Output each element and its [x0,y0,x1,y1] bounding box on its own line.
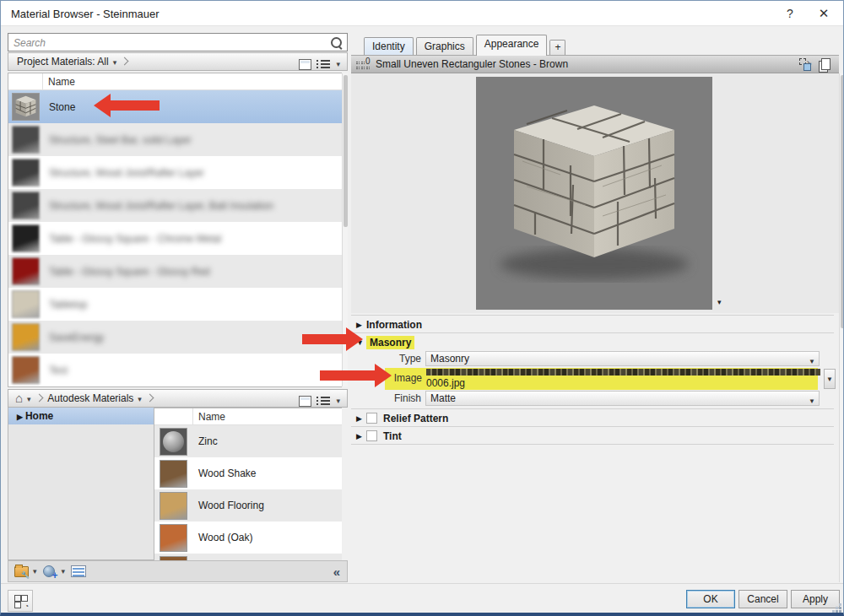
tab-identity[interactable]: Identity [364,37,414,56]
library-breadcrumb-label[interactable]: Autodesk Materials [47,392,133,404]
finish-select[interactable]: Matte▼ [425,391,820,406]
material-thumbnail [12,159,40,186]
grid-gear-icon [14,595,27,608]
help-button[interactable]: ? [777,4,803,23]
close-button[interactable]: ✕ [811,4,836,23]
material-row[interactable]: Structure, Wood Joist/Rafter Layer [8,156,342,189]
material-name: Test [49,365,68,376]
stone-cube-image [476,77,712,310]
cancel-button[interactable]: Cancel [738,590,787,608]
list-view-icon[interactable] [316,59,330,70]
ok-button[interactable]: OK [686,590,735,608]
open-asset-browser-button[interactable] [71,565,86,577]
expand-icon[interactable]: ▶ [356,432,366,440]
list-view-icon[interactable] [316,396,330,407]
library-row[interactable]: Wood (Oak) [154,521,342,554]
type-select[interactable]: Masonry▼ [425,351,820,366]
preview-options-dropdown-icon[interactable]: ▾ [717,298,722,306]
information-section-header[interactable]: ▶ Information [351,316,834,332]
library-tree: ▶Home [8,408,154,560]
library-breadcrumb-bar: ⌂▾ Autodesk Materials▾ ▾ [8,389,348,408]
scrollbar-thumb[interactable] [841,75,844,328]
appearance-scrollbar[interactable] [839,73,844,582]
image-options-button[interactable]: ▼ [824,369,836,389]
material-thumbnail [12,126,40,154]
finish-value: Matte [430,392,456,404]
library-row[interactable]: Zinc [154,425,342,457]
material-name: SaveEnergy [49,332,104,343]
material-row[interactable]: Table - Glossy Square - Chrome Metal [8,222,342,255]
library-row[interactable]: Wood Shake [154,457,342,489]
asset-browser-button[interactable] [8,590,33,612]
relief-pattern-section-header[interactable]: ▶ Relief Pattern [351,410,834,426]
asset-uses-icon: 0 [356,59,371,70]
texture-strip-thumbnail[interactable] [426,369,820,376]
material-row[interactable]: Table - Glossy Square - Glossy Red [8,255,342,288]
material-name: Table - Glossy Square - Chrome Metal [49,233,221,245]
replace-asset-icon[interactable]: ↘ [799,58,812,71]
material-preview-render[interactable] [476,77,712,310]
tint-checkbox[interactable] [366,430,377,441]
material-row[interactable]: Structure, Wood Joist/Rafter Layer, Batt… [8,189,342,222]
list-view-dropdown-icon[interactable]: ▾ [336,392,340,409]
relief-pattern-label: Relief Pattern [383,413,448,424]
search-input[interactable]: Search [8,33,348,51]
tree-item-label: Home [25,410,53,422]
expand-icon[interactable]: ▶ [356,414,366,423]
project-materials-dropdown[interactable]: Project Materials: All▾ ▾ [8,52,348,71]
annotation-arrow-stone [94,94,160,117]
preview-pane-toggle-icon[interactable] [299,59,311,70]
tree-item-home[interactable]: ▶Home [8,408,154,424]
home-icon[interactable]: ⌂ [15,391,23,405]
library-row[interactable] [154,554,342,560]
material-thumbnail [12,224,40,252]
masonry-label: Masonry [366,336,414,349]
material-name: Structure, Wood Joist/Rafter Layer, Batt… [49,200,273,212]
material-row[interactable]: Structure, Steel Bar, solid Layer [8,123,342,156]
create-material-button[interactable]: ▾ [43,565,66,577]
home-dropdown-icon[interactable]: ▾ [27,391,31,408]
image-filename: 0006.jpg [426,377,465,389]
stone-thumbnail [12,93,40,121]
breadcrumb-chevron-icon [35,394,43,403]
resize-grip[interactable] [839,610,841,613]
material-thumbnail [12,323,40,351]
dialog-title: Material Browser - Steinmauer [11,8,160,20]
relief-pattern-checkbox[interactable] [366,413,377,424]
tree-expand-icon[interactable]: ▶ [17,413,23,421]
collapse-library-button[interactable]: « [333,565,340,579]
preview-pane-toggle-icon[interactable] [299,396,311,407]
zinc-thumbnail [160,428,187,456]
material-name: Wood (Oak) [198,532,252,543]
chevron-down-icon[interactable]: ▾ [138,391,142,408]
tab-appearance[interactable]: Appearance [476,35,548,56]
project-materials-label: Project Materials: All [17,56,109,68]
apply-button[interactable]: Apply [791,590,840,608]
material-name: Wood Shake [198,467,257,479]
chevron-down-icon: ▼ [809,355,815,369]
material-thumbnail [160,524,187,552]
search-icon[interactable] [330,36,342,48]
tab-graphics[interactable]: Graphics [416,37,473,56]
breadcrumb-chevron-icon [145,394,154,403]
project-materials-list: Name StoneStructure, Steel Bar, solid La… [8,73,342,387]
material-row[interactable]: Test [8,354,342,386]
tab-add[interactable]: + [549,40,565,56]
list-view-dropdown-icon[interactable]: ▾ [336,56,340,73]
library-row[interactable]: Wood Flooring [154,489,342,521]
duplicate-asset-icon[interactable] [819,58,830,72]
tint-section-header[interactable]: ▶ Tint [351,428,834,444]
material-row[interactable]: Tabletop [8,288,342,321]
panel-lines-icon [71,565,86,577]
search-placeholder: Search [14,37,46,49]
material-row[interactable]: SaveEnergy [8,321,342,354]
masonry-section-header[interactable]: ▼ Masonry [351,334,834,350]
library-table-header: Name [154,408,342,425]
annotation-arrow-image [320,364,392,387]
title-bar: Material Browser - Steinmauer ? ✕ [1,1,843,26]
material-row[interactable]: Stone [8,90,342,123]
type-row: Type Masonry▼ [351,351,839,366]
globe-plus-icon [43,565,55,577]
material-name: Wood Flooring [198,500,264,511]
manage-library-button[interactable]: ▾ [14,566,37,577]
